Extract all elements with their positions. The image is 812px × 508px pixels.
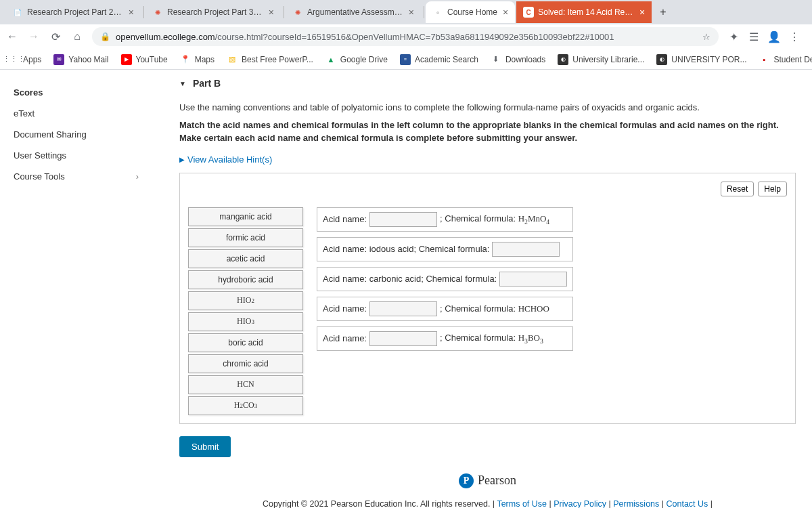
browser-tab[interactable]: ✺ Argumentative Assessment Tas × — [286, 1, 421, 23]
tab-separator — [143, 6, 144, 18]
target-label: ; Chemical formula: HCHOO — [440, 303, 549, 314]
reading-list-icon[interactable]: ☰ — [747, 30, 761, 43]
target-label: Acid name: — [323, 214, 367, 224]
draggable-tile[interactable]: acetic acid — [188, 249, 303, 268]
target-label: ; Chemical formula: H3BO3 — [440, 333, 543, 345]
student-icon: ▪ — [759, 54, 769, 65]
bookmarks-bar: ⋮⋮⋮Apps ✉Yahoo Mail ▶YouTube 📍Maps ▧Best… — [0, 49, 812, 69]
tab-close-icon[interactable]: × — [639, 7, 645, 18]
permissions-link[interactable]: Permissions — [613, 499, 659, 509]
tab-close-icon[interactable]: × — [129, 7, 134, 18]
target-label: ; Chemical formula: H2MnO4 — [440, 213, 549, 226]
browser-tab[interactable]: ✺ Research Project Part 3--Multi × — [145, 1, 281, 23]
target-label: Acid name: iodous acid; Chemical formula… — [323, 244, 489, 254]
tab-close-icon[interactable]: × — [503, 7, 508, 18]
bookmark-item[interactable]: 📍Maps — [180, 54, 215, 65]
drop-slot[interactable] — [369, 212, 437, 227]
apps-grid-icon: ⋮⋮⋮ — [8, 54, 19, 65]
sidebar-item-document-sharing[interactable]: Document Sharing — [14, 124, 139, 145]
extension-icons: ✦ ☰ 👤 ⋮ — [727, 30, 807, 43]
sidebar-item-course-tools[interactable]: Course Tools› — [14, 166, 139, 187]
download-icon: ⬇ — [491, 54, 501, 65]
contact-link[interactable]: Contact Us — [667, 499, 708, 509]
drop-target-row: Acid name: iodous acid; Chemical formula… — [317, 237, 573, 261]
drop-targets-column: Acid name: ; Chemical formula: H2MnO4 Ac… — [317, 207, 573, 415]
draggable-tile[interactable]: HCN — [188, 375, 303, 394]
tab-title: Argumentative Assessment Tas — [307, 7, 403, 17]
draggable-tile[interactable]: formic acid — [188, 228, 303, 247]
target-label: Acid name: carbonic acid; Chemical formu… — [323, 274, 497, 284]
tab-bar: 📄 Research Project Part 2- Resea × ✺ Res… — [0, 0, 812, 24]
profile-icon[interactable]: 👤 — [767, 30, 781, 43]
reset-button[interactable]: Reset — [721, 182, 754, 196]
bookmark-item[interactable]: ≡Academic Search — [400, 54, 478, 65]
matching-work-area: Reset Help manganic acid formic acid ace… — [179, 173, 796, 424]
browser-tab[interactable]: 📄 Research Project Part 2- Resea × — [5, 1, 141, 23]
instruction-bold: Match the acid names and chemical formul… — [179, 119, 796, 145]
tab-favicon: C — [523, 7, 534, 18]
caret-down-icon: ▼ — [179, 80, 186, 87]
tab-close-icon[interactable]: × — [409, 7, 414, 18]
bookmark-item[interactable]: ✉Yahoo Mail — [53, 54, 108, 65]
tab-separator — [284, 6, 284, 18]
privacy-link[interactable]: Privacy Policy — [554, 499, 606, 509]
menu-icon[interactable]: ⋮ — [788, 30, 801, 43]
draggable-tile[interactable]: H2CO3 — [188, 396, 303, 415]
draggable-tile[interactable]: boric acid — [188, 333, 303, 352]
tab-favicon: ✺ — [292, 7, 303, 18]
pearson-logo: P Pearson — [179, 473, 796, 488]
sidebar-item-etext[interactable]: eText — [14, 103, 139, 124]
bookmark-item[interactable]: ▲Google Drive — [325, 54, 388, 65]
new-tab-button[interactable]: + — [653, 6, 673, 18]
instruction-text: Use the naming conventions and table of … — [179, 101, 796, 114]
forward-icon[interactable]: → — [27, 30, 41, 43]
bookmark-item[interactable]: ▪Student Detail Sc... — [759, 54, 812, 65]
drop-slot[interactable] — [492, 242, 560, 257]
tab-close-icon[interactable]: × — [269, 7, 274, 18]
bookmark-item[interactable]: ▧Best Free PowerP... — [227, 54, 313, 65]
url-input[interactable]: 🔒 openvellum.ecollege.com/course.html?co… — [92, 27, 719, 46]
bookmark-item[interactable]: ◐UNIVERSITY POR... — [656, 54, 746, 65]
reload-icon[interactable]: ⟳ — [49, 30, 62, 43]
tab-favicon: ✺ — [152, 7, 163, 18]
youtube-icon: ▶ — [121, 54, 132, 65]
sidebar-item-scores[interactable]: Scores — [14, 82, 139, 103]
browser-tab[interactable]: C Solved: Item 14 Acid Refers To × — [516, 1, 652, 23]
drop-target-row: Acid name: ; Chemical formula: H2MnO4 — [317, 207, 573, 232]
bookmark-item[interactable]: ⬇Downloads — [491, 54, 545, 65]
browser-tab-active[interactable]: ▫ Course Home × — [426, 1, 515, 23]
target-label: Acid name: — [323, 303, 367, 314]
portal-icon: ◐ — [656, 54, 667, 65]
drop-slot[interactable] — [369, 301, 437, 316]
bookmark-apps[interactable]: ⋮⋮⋮Apps — [8, 54, 41, 65]
bookmark-item[interactable]: ▶YouTube — [121, 54, 168, 65]
extensions-icon[interactable]: ✦ — [727, 30, 740, 43]
slides-icon: ▧ — [227, 54, 238, 65]
draggable-tile[interactable]: manganic acid — [188, 207, 303, 226]
bookmark-star-icon[interactable]: ☆ — [702, 32, 710, 42]
sidebar-item-user-settings[interactable]: User Settings — [14, 145, 139, 166]
draggable-tile[interactable]: HIO3 — [188, 312, 303, 331]
copyright-text: Copyright © 2021 Pearson Education Inc. … — [179, 499, 796, 509]
draggable-tile[interactable]: HIO2 — [188, 291, 303, 310]
main-content: ▼ Part B Use the naming conventions and … — [152, 70, 812, 508]
library-icon: ◐ — [558, 54, 568, 65]
drop-slot[interactable] — [369, 331, 437, 346]
part-header[interactable]: ▼ Part B — [179, 78, 796, 89]
view-hints-link[interactable]: ▶ View Available Hint(s) — [179, 154, 796, 165]
tab-favicon: 📄 — [12, 7, 23, 18]
lock-icon: 🔒 — [100, 32, 110, 41]
course-sidebar: Scores eText Document Sharing User Setti… — [0, 70, 152, 508]
back-icon[interactable]: ← — [5, 30, 19, 43]
draggable-tile[interactable]: chromic acid — [188, 354, 303, 373]
terms-link[interactable]: Terms of Use — [497, 499, 547, 509]
caret-right-icon: ▶ — [179, 156, 185, 163]
draggable-tile[interactable]: hydroboric acid — [188, 270, 303, 289]
tab-title: Solved: Item 14 Acid Refers To — [538, 7, 634, 17]
drop-slot[interactable] — [499, 272, 567, 287]
bookmark-item[interactable]: ◐University Librarie... — [558, 54, 644, 65]
help-button[interactable]: Help — [758, 182, 787, 196]
url-text: openvellum.ecollege.com/course.html?cour… — [116, 32, 614, 42]
home-icon[interactable]: ⌂ — [70, 30, 84, 43]
submit-button[interactable]: Submit — [179, 436, 231, 457]
